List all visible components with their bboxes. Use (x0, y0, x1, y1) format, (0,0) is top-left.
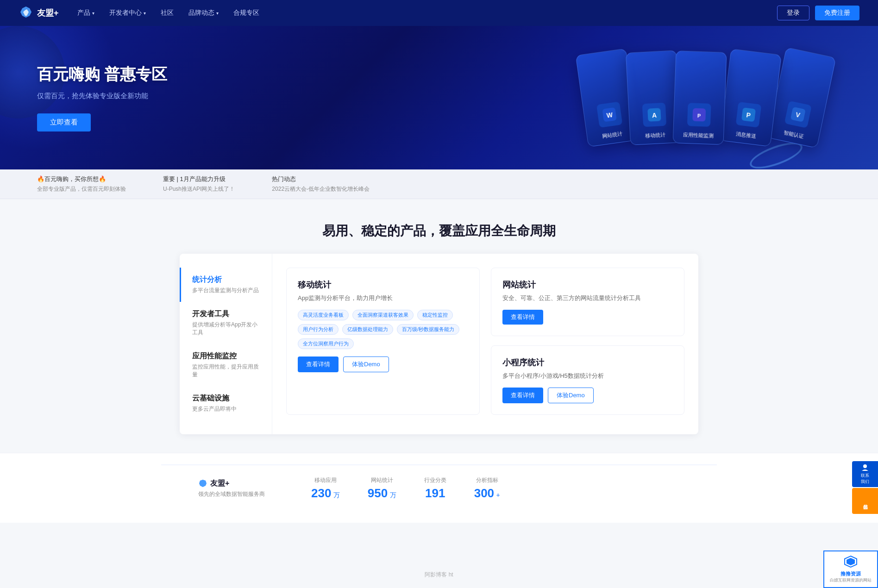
website-stats-desc: 安全、可靠、公正、第三方的网站流量统计分析工具 (502, 294, 673, 302)
hero-card-3: P 应用性能监测 (673, 50, 727, 145)
stat-mobile-apps: 移动应用 230 万 (311, 476, 340, 500)
info-title-1: 🔥百元嗨购，买你所想🔥 (37, 175, 126, 183)
brand-name: 友盟+ (198, 479, 265, 488)
tag-3: 稳定性监控 (417, 310, 453, 320)
info-sub-2: U-Push推送API网关上线了！ (163, 185, 235, 193)
card-label-2: 移动统计 (645, 131, 666, 139)
nav-item-devCenter[interactable]: 开发者中心 ▾ (109, 9, 146, 17)
info-title-2: 重要 | 1月产品能力升级 (163, 175, 235, 183)
hero-cards: W 网站统计 A 移动统计 P 应用性能监测 P 消息推送 (582, 31, 859, 165)
card-icon-4: P (736, 102, 762, 128)
nav-items: 产品 ▾ 开发者中心 ▾ 社区 品牌动态 ▾ 合规专区 (77, 9, 777, 17)
float-buttons: 联系 我们 盟创优品 (852, 461, 878, 514)
hero-subtitle: 仅需百元，抢先体验专业版全新功能 (37, 92, 167, 100)
tab-stats-analysis[interactable]: 统计分析 多平台流量监测与分析产品 (180, 268, 272, 302)
mini-program-demo-button[interactable]: 体验Demo (548, 388, 594, 403)
svg-text:P: P (746, 111, 751, 119)
chevron-down-icon: ▾ (144, 11, 146, 16)
stat-label-mobile: 移动应用 (311, 476, 340, 484)
float-brand-button[interactable]: 盟创优品 (852, 488, 878, 514)
float-contact-button[interactable]: 联系 我们 (852, 461, 878, 487)
stat-website-stats: 网站统计 950 万 (368, 476, 396, 500)
tag-5: 亿级数据处理能力 (342, 324, 393, 335)
card-label-1: 网站统计 (602, 130, 623, 140)
stat-value-analysis: 300 + (474, 486, 500, 500)
svg-point-10 (863, 464, 867, 468)
section-heading: 易用、稳定的产品，覆盖应用全生命周期 (0, 199, 878, 254)
tag-1: 高灵活度业务看板 (298, 310, 349, 320)
stats-bar: 友盟+ 领先的全域数据智能服务商 移动应用 230 万 网站统计 950 万 行… (161, 464, 717, 512)
content-area: 移动统计 App监测与分析平台，助力用户增长 高灵活度业务看板 全面洞察渠道获客… (272, 254, 698, 434)
nav-item-community[interactable]: 社区 (161, 9, 174, 17)
brand-sub: 领先的全域数据智能服务商 (198, 490, 265, 498)
stat-value-website: 950 万 (368, 486, 396, 500)
website-stats-title: 网站统计 (502, 279, 673, 290)
card-icon-1: W (596, 101, 622, 127)
mini-program-actions: 查看详情 体验Demo (502, 388, 673, 403)
tab-stats-title: 统计分析 (192, 275, 261, 285)
tag-2: 全面洞察渠道获客效果 (352, 310, 414, 320)
info-sub-1: 全部专业版产品，仅需百元即刻体验 (37, 185, 126, 193)
hero-section: 百元嗨购 普惠专区 仅需百元，抢先体验专业版全新功能 立即查看 W 网站统计 A… (0, 26, 878, 169)
card-label-4: 消息推送 (735, 131, 757, 140)
stat-value-mobile: 230 万 (311, 486, 340, 500)
tab-cloud-title: 云基础设施 (192, 394, 261, 403)
nav-logo[interactable]: 友盟+ (19, 6, 59, 20)
info-item-1[interactable]: 🔥百元嗨购，买你所想🔥 全部专业版产品，仅需百元即刻体验 (37, 175, 126, 193)
info-item-2[interactable]: 重要 | 1月产品能力升级 U-Push推送API网关上线了！ (163, 175, 235, 193)
product-card-mini-program: 小程序统计 多平台小程序/小游戏/H5数据统计分析 查看详情 体验Demo (491, 345, 684, 415)
product-card-mobile-stats: 移动统计 App监测与分析平台，助力用户增长 高灵活度业务看板 全面洞察渠道获客… (286, 268, 480, 415)
mobile-stats-actions: 查看详情 体验Demo (298, 357, 468, 372)
svg-text:P: P (697, 113, 701, 119)
mobile-stats-demo-button[interactable]: 体验Demo (343, 357, 389, 372)
stat-value-industry: 191 (424, 486, 446, 500)
card-icon-3: P (687, 103, 711, 127)
stat-label-industry: 行业分类 (424, 476, 446, 484)
svg-text:A: A (652, 112, 657, 119)
tab-performance[interactable]: 应用性能监控 监控应用性能，提升应用质量 (180, 344, 272, 386)
tag-6: 百万级/秒数据服务能力 (397, 324, 459, 335)
card-label-5: 智能认证 (783, 129, 804, 140)
mini-program-desc: 多平台小程序/小游戏/H5数据统计分析 (502, 372, 673, 380)
mini-program-detail-button[interactable]: 查看详情 (502, 388, 543, 403)
stat-label-website: 网站统计 (368, 476, 396, 484)
navbar: 友盟+ 产品 ▾ 开发者中心 ▾ 社区 品牌动态 ▾ 合规专区 登录 免费注册 (0, 0, 878, 26)
tag-7: 全方位洞察用户行为 (298, 338, 354, 349)
tab-cloud-infra[interactable]: 云基础设施 更多云产品即将中 (180, 386, 272, 420)
info-sub-3: 2022云栖大会-低年企业数智化增长峰会 (272, 185, 370, 193)
website-stats-actions: 查看详情 (502, 310, 673, 325)
mini-program-title: 小程序统计 (502, 357, 673, 368)
hero-content: 百元嗨购 普惠专区 仅需百元，抢先体验专业版全新功能 立即查看 (37, 64, 167, 131)
tab-dev-title: 开发者工具 (192, 309, 261, 319)
chevron-down-icon: ▾ (216, 11, 219, 16)
mobile-stats-tags: 高灵活度业务看板 全面洞察渠道获客效果 稳定性监控 用户行为分析 亿级数据处理能… (298, 310, 468, 349)
nav-item-products[interactable]: 产品 ▾ (77, 9, 94, 17)
register-button[interactable]: 免费注册 (815, 6, 859, 20)
card-label-3: 应用性能监测 (683, 131, 714, 139)
tab-dev-tools[interactable]: 开发者工具 提供增减分析等App开发小工具 (180, 302, 272, 344)
nav-item-brand[interactable]: 品牌动态 ▾ (188, 9, 219, 17)
nav-actions: 登录 免费注册 (777, 6, 859, 20)
mobile-stats-detail-button[interactable]: 查看详情 (298, 357, 339, 372)
mobile-stats-desc: App监测与分析平台，助力用户增长 (298, 294, 468, 302)
nav-item-compliance[interactable]: 合规专区 (233, 9, 259, 17)
tab-cloud-sub: 更多云产品即将中 (192, 405, 261, 413)
tag-4: 用户行为分析 (298, 324, 339, 335)
tab-perf-sub: 监控应用性能，提升应用质量 (192, 363, 261, 379)
chevron-down-icon: ▾ (92, 11, 94, 16)
card-icon-2: A (642, 103, 667, 127)
stat-analysis-indicators: 分析指标 300 + (474, 476, 500, 500)
info-item-3[interactable]: 热门动态 2022云栖大会-低年企业数智化增长峰会 (272, 175, 370, 193)
sidebar-tabs: 统计分析 多平台流量监测与分析产品 开发者工具 提供增减分析等App开发小工具 … (180, 254, 272, 434)
tab-perf-title: 应用性能监控 (192, 351, 261, 361)
stat-label-analysis: 分析指标 (474, 476, 500, 484)
login-button[interactable]: 登录 (777, 6, 809, 20)
stats-brand: 友盟+ 领先的全域数据智能服务商 (198, 479, 265, 498)
hero-cta-button[interactable]: 立即查看 (37, 113, 91, 131)
mobile-stats-title: 移动统计 (298, 279, 468, 290)
tab-stats-sub: 多平台流量监测与分析产品 (192, 287, 261, 294)
card-icon-5: V (784, 101, 812, 128)
info-bar: 🔥百元嗨购，买你所想🔥 全部专业版产品，仅需百元即刻体验 重要 | 1月产品能力… (0, 169, 878, 199)
hero-title: 百元嗨购 普惠专区 (37, 64, 167, 85)
website-stats-detail-button[interactable]: 查看详情 (502, 310, 543, 325)
